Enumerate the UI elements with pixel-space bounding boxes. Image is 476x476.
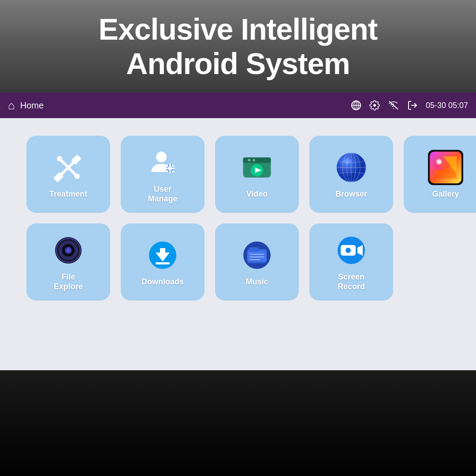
- svg-point-27: [253, 159, 255, 161]
- svg-point-15: [168, 166, 172, 171]
- browser-label: Browser: [335, 190, 367, 199]
- svg-point-9: [74, 174, 80, 179]
- svg-point-36: [344, 159, 351, 164]
- gallery-label: Gallery: [432, 190, 459, 199]
- screen-record-label: ScreenRecord: [338, 272, 365, 291]
- svg-rect-51: [156, 262, 170, 264]
- svg-point-8: [57, 156, 62, 161]
- header-banner: Exclusive Intelligent Android System: [0, 0, 476, 93]
- app-tile-music[interactable]: Music: [215, 223, 299, 301]
- svg-rect-17: [169, 171, 171, 173]
- app-grid: Treatment: [26, 136, 450, 301]
- app-tile-treatment[interactable]: Treatment: [26, 136, 110, 213]
- svg-rect-55: [249, 247, 259, 252]
- music-label: Music: [245, 277, 268, 287]
- downloads-icon: [148, 240, 178, 270]
- svg-point-46: [67, 249, 70, 252]
- header-title: Exclusive Intelligent Android System: [99, 12, 378, 81]
- app-tile-screen-record[interactable]: ScreenRecord: [309, 223, 393, 301]
- app-tile-user-manage[interactable]: UserManage: [121, 136, 205, 213]
- wifi-off-icon: [388, 100, 399, 111]
- app-tile-video[interactable]: Video: [215, 136, 299, 213]
- downloads-label: Downloads: [141, 277, 184, 287]
- settings-icon[interactable]: [369, 100, 380, 111]
- svg-rect-25: [243, 157, 271, 163]
- taskbar-left: ⌂ Home: [8, 99, 351, 112]
- svg-rect-18: [165, 167, 168, 169]
- globe-icon[interactable]: [351, 100, 361, 111]
- svg-point-13: [156, 152, 167, 162]
- svg-rect-16: [169, 164, 171, 166]
- taskbar-right: 05-30 05:07: [351, 100, 468, 111]
- app-tile-file-explore[interactable]: FileExplore: [26, 223, 110, 301]
- file-explore-label: FileExplore: [54, 272, 83, 291]
- bottom-area: [0, 370, 476, 476]
- browser-icon-wrap: [334, 150, 369, 185]
- video-label: Video: [246, 190, 268, 199]
- music-icon-wrap: [239, 238, 275, 273]
- user-manage-icon: [147, 147, 178, 178]
- treatment-icon-wrap: [51, 150, 86, 185]
- logout-icon[interactable]: [407, 100, 418, 111]
- app-tile-browser[interactable]: Browser: [309, 136, 393, 213]
- home-label: Home: [20, 100, 44, 111]
- svg-point-41: [436, 159, 442, 164]
- taskbar-time: 05-30 05:07: [426, 101, 468, 110]
- app-tile-gallery[interactable]: Gallery: [404, 136, 476, 213]
- gallery-icon: [428, 150, 463, 185]
- user-manage-icon-wrap: [145, 145, 180, 180]
- screen-record-icon-wrap: [334, 233, 369, 268]
- video-icon-wrap: [239, 150, 275, 185]
- music-icon: [242, 240, 272, 270]
- home-icon[interactable]: ⌂: [8, 99, 15, 112]
- svg-point-26: [248, 159, 250, 161]
- file-explore-icon: [53, 235, 84, 266]
- treatment-icon: [53, 152, 84, 183]
- user-manage-label: UserManage: [148, 185, 177, 204]
- taskbar: ⌂ Home: [0, 93, 476, 118]
- video-icon: [242, 154, 272, 181]
- browser-icon: [335, 152, 367, 183]
- file-explore-icon-wrap: [51, 233, 86, 268]
- downloads-icon-wrap: [145, 238, 180, 273]
- app-tile-downloads[interactable]: Downloads: [121, 223, 205, 301]
- svg-point-62: [346, 248, 351, 253]
- gallery-icon-wrap: [428, 150, 463, 185]
- svg-rect-19: [172, 167, 175, 169]
- main-content: Treatment: [0, 118, 476, 370]
- screen-record-icon: [336, 235, 366, 265]
- svg-rect-38: [435, 170, 457, 178]
- treatment-label: Treatment: [49, 190, 87, 199]
